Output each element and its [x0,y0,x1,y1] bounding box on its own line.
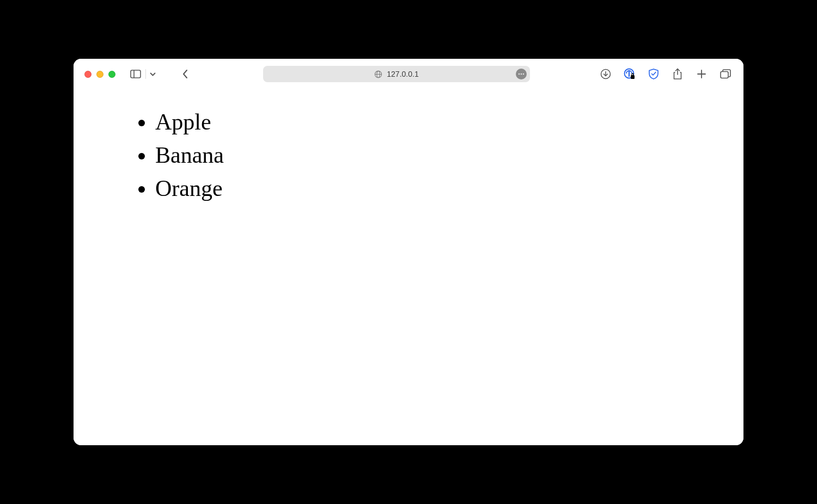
back-button[interactable] [177,66,193,82]
chevron-down-icon [150,72,156,76]
page-content: Apple Banana Orange [74,89,743,445]
downloads-button[interactable] [599,66,613,82]
share-button[interactable] [670,66,685,82]
extension-1-button[interactable] [623,66,637,82]
sidebar-toggle-group [127,66,157,82]
fruit-list: Apple Banana Orange [106,106,711,205]
toolbar-divider [145,69,146,79]
close-window-button[interactable] [84,71,92,78]
address-bar[interactable]: 127.0.0.1 [263,66,530,82]
address-text: 127.0.0.1 [387,70,418,78]
minimize-window-button[interactable] [96,71,103,78]
shield-check-icon [648,68,659,80]
extension-2-button[interactable] [647,66,661,82]
toolbar-right-group [599,66,733,82]
svg-rect-15 [721,72,728,78]
svg-point-6 [521,73,522,75]
tab-overview-icon [720,69,731,79]
new-tab-button[interactable] [694,66,709,82]
download-icon [600,69,611,79]
svg-rect-11 [631,75,635,79]
ellipsis-icon [518,73,525,75]
privacy-extension-icon [624,68,636,80]
svg-point-7 [523,73,525,75]
sidebar-icon [130,70,141,78]
maximize-window-button[interactable] [108,71,115,78]
svg-rect-0 [131,70,141,78]
safari-window: 127.0.0.1 [74,59,743,445]
globe-icon [374,70,382,78]
svg-point-5 [519,73,520,75]
tab-overview-button[interactable] [718,66,733,82]
plus-icon [697,69,706,79]
page-settings-button[interactable] [516,69,527,79]
share-icon [673,68,682,80]
chevron-left-icon [182,69,188,79]
list-item: Apple [155,106,711,139]
window-controls [84,71,115,78]
list-item: Banana [155,139,711,172]
sidebar-toggle-button[interactable] [127,66,144,82]
list-item: Orange [155,172,711,205]
tab-group-dropdown[interactable] [148,66,157,82]
browser-toolbar: 127.0.0.1 [74,59,743,89]
